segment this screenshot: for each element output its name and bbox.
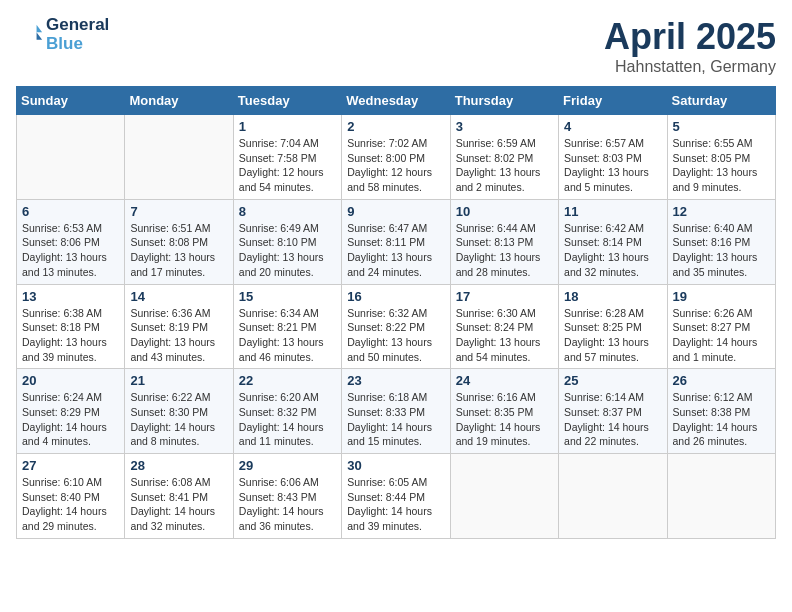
day-info: Sunrise: 6:26 AM Sunset: 8:27 PM Dayligh… [673,306,770,365]
day-number: 5 [673,119,770,134]
day-number: 29 [239,458,336,473]
day-number: 13 [22,289,119,304]
calendar-cell: 12Sunrise: 6:40 AM Sunset: 8:16 PM Dayli… [667,199,775,284]
day-info: Sunrise: 6:22 AM Sunset: 8:30 PM Dayligh… [130,390,227,449]
month-title: April 2025 [604,16,776,58]
weekday-header-saturday: Saturday [667,87,775,115]
day-info: Sunrise: 6:24 AM Sunset: 8:29 PM Dayligh… [22,390,119,449]
day-info: Sunrise: 6:53 AM Sunset: 8:06 PM Dayligh… [22,221,119,280]
calendar-cell: 11Sunrise: 6:42 AM Sunset: 8:14 PM Dayli… [559,199,667,284]
day-number: 16 [347,289,444,304]
day-info: Sunrise: 6:18 AM Sunset: 8:33 PM Dayligh… [347,390,444,449]
day-number: 30 [347,458,444,473]
calendar-cell: 28Sunrise: 6:08 AM Sunset: 8:41 PM Dayli… [125,454,233,539]
day-number: 14 [130,289,227,304]
calendar-cell: 20Sunrise: 6:24 AM Sunset: 8:29 PM Dayli… [17,369,125,454]
day-number: 24 [456,373,553,388]
day-info: Sunrise: 6:30 AM Sunset: 8:24 PM Dayligh… [456,306,553,365]
day-info: Sunrise: 7:04 AM Sunset: 7:58 PM Dayligh… [239,136,336,195]
day-number: 21 [130,373,227,388]
day-number: 15 [239,289,336,304]
calendar-cell: 27Sunrise: 6:10 AM Sunset: 8:40 PM Dayli… [17,454,125,539]
logo-icon [16,21,44,49]
day-info: Sunrise: 6:10 AM Sunset: 8:40 PM Dayligh… [22,475,119,534]
weekday-header-thursday: Thursday [450,87,558,115]
calendar-cell: 10Sunrise: 6:44 AM Sunset: 8:13 PM Dayli… [450,199,558,284]
weekday-header-tuesday: Tuesday [233,87,341,115]
day-number: 23 [347,373,444,388]
day-number: 26 [673,373,770,388]
day-info: Sunrise: 6:59 AM Sunset: 8:02 PM Dayligh… [456,136,553,195]
day-number: 12 [673,204,770,219]
day-number: 4 [564,119,661,134]
day-info: Sunrise: 6:16 AM Sunset: 8:35 PM Dayligh… [456,390,553,449]
logo-line2: Blue [46,35,109,54]
day-number: 9 [347,204,444,219]
weekday-header-monday: Monday [125,87,233,115]
day-number: 11 [564,204,661,219]
day-info: Sunrise: 6:47 AM Sunset: 8:11 PM Dayligh… [347,221,444,280]
day-info: Sunrise: 6:28 AM Sunset: 8:25 PM Dayligh… [564,306,661,365]
header: General Blue April 2025 Hahnstatten, Ger… [16,16,776,76]
week-row-2: 6Sunrise: 6:53 AM Sunset: 8:06 PM Daylig… [17,199,776,284]
day-number: 25 [564,373,661,388]
day-info: Sunrise: 6:20 AM Sunset: 8:32 PM Dayligh… [239,390,336,449]
weekday-header-sunday: Sunday [17,87,125,115]
calendar-cell: 24Sunrise: 6:16 AM Sunset: 8:35 PM Dayli… [450,369,558,454]
week-row-3: 13Sunrise: 6:38 AM Sunset: 8:18 PM Dayli… [17,284,776,369]
calendar-cell: 13Sunrise: 6:38 AM Sunset: 8:18 PM Dayli… [17,284,125,369]
day-number: 28 [130,458,227,473]
day-number: 17 [456,289,553,304]
day-info: Sunrise: 6:12 AM Sunset: 8:38 PM Dayligh… [673,390,770,449]
svg-rect-0 [16,21,44,49]
day-info: Sunrise: 6:38 AM Sunset: 8:18 PM Dayligh… [22,306,119,365]
calendar-cell: 5Sunrise: 6:55 AM Sunset: 8:05 PM Daylig… [667,115,775,200]
logo-line1: General [46,16,109,35]
day-info: Sunrise: 6:40 AM Sunset: 8:16 PM Dayligh… [673,221,770,280]
day-number: 8 [239,204,336,219]
calendar-cell [450,454,558,539]
day-number: 27 [22,458,119,473]
weekday-header-friday: Friday [559,87,667,115]
logo: General Blue [16,16,109,53]
day-number: 3 [456,119,553,134]
calendar: SundayMondayTuesdayWednesdayThursdayFrid… [16,86,776,539]
day-number: 2 [347,119,444,134]
calendar-cell: 22Sunrise: 6:20 AM Sunset: 8:32 PM Dayli… [233,369,341,454]
day-number: 19 [673,289,770,304]
day-info: Sunrise: 6:57 AM Sunset: 8:03 PM Dayligh… [564,136,661,195]
calendar-cell: 16Sunrise: 6:32 AM Sunset: 8:22 PM Dayli… [342,284,450,369]
day-number: 6 [22,204,119,219]
weekday-header-wednesday: Wednesday [342,87,450,115]
calendar-cell: 19Sunrise: 6:26 AM Sunset: 8:27 PM Dayli… [667,284,775,369]
week-row-1: 1Sunrise: 7:04 AM Sunset: 7:58 PM Daylig… [17,115,776,200]
calendar-cell: 3Sunrise: 6:59 AM Sunset: 8:02 PM Daylig… [450,115,558,200]
calendar-cell: 14Sunrise: 6:36 AM Sunset: 8:19 PM Dayli… [125,284,233,369]
day-info: Sunrise: 6:44 AM Sunset: 8:13 PM Dayligh… [456,221,553,280]
week-row-4: 20Sunrise: 6:24 AM Sunset: 8:29 PM Dayli… [17,369,776,454]
calendar-cell: 23Sunrise: 6:18 AM Sunset: 8:33 PM Dayli… [342,369,450,454]
day-info: Sunrise: 6:36 AM Sunset: 8:19 PM Dayligh… [130,306,227,365]
day-info: Sunrise: 6:42 AM Sunset: 8:14 PM Dayligh… [564,221,661,280]
day-number: 10 [456,204,553,219]
day-info: Sunrise: 6:55 AM Sunset: 8:05 PM Dayligh… [673,136,770,195]
calendar-cell [125,115,233,200]
day-number: 22 [239,373,336,388]
weekday-header-row: SundayMondayTuesdayWednesdayThursdayFrid… [17,87,776,115]
day-info: Sunrise: 7:02 AM Sunset: 8:00 PM Dayligh… [347,136,444,195]
calendar-cell [559,454,667,539]
calendar-cell: 17Sunrise: 6:30 AM Sunset: 8:24 PM Dayli… [450,284,558,369]
day-info: Sunrise: 6:06 AM Sunset: 8:43 PM Dayligh… [239,475,336,534]
calendar-cell: 29Sunrise: 6:06 AM Sunset: 8:43 PM Dayli… [233,454,341,539]
day-info: Sunrise: 6:08 AM Sunset: 8:41 PM Dayligh… [130,475,227,534]
day-number: 1 [239,119,336,134]
calendar-cell [17,115,125,200]
calendar-cell: 26Sunrise: 6:12 AM Sunset: 8:38 PM Dayli… [667,369,775,454]
title-area: April 2025 Hahnstatten, Germany [604,16,776,76]
calendar-cell: 21Sunrise: 6:22 AM Sunset: 8:30 PM Dayli… [125,369,233,454]
calendar-cell [667,454,775,539]
week-row-5: 27Sunrise: 6:10 AM Sunset: 8:40 PM Dayli… [17,454,776,539]
day-info: Sunrise: 6:49 AM Sunset: 8:10 PM Dayligh… [239,221,336,280]
day-number: 7 [130,204,227,219]
calendar-cell: 6Sunrise: 6:53 AM Sunset: 8:06 PM Daylig… [17,199,125,284]
